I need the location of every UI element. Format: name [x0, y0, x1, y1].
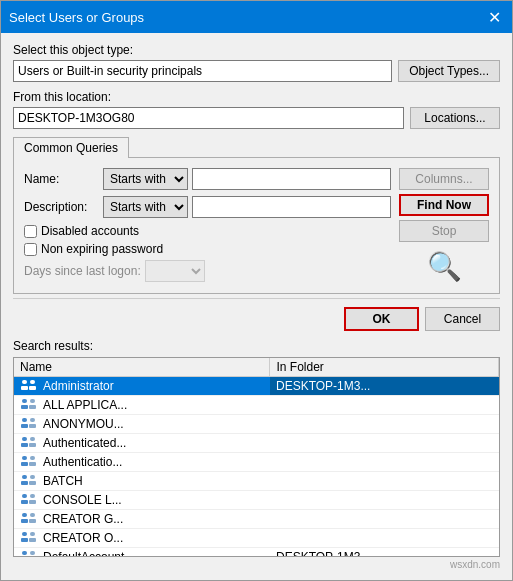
- table-header-row: Name In Folder: [14, 358, 499, 377]
- result-name-cell: BATCH: [14, 472, 270, 491]
- title-bar: Select Users or Groups ✕: [1, 1, 512, 33]
- table-row[interactable]: ANONYMOU...: [14, 415, 499, 434]
- svg-rect-21: [21, 481, 28, 485]
- common-queries-section: Common Queries Name: Starts with Descrip…: [13, 137, 500, 294]
- select-users-dialog: Select Users or Groups ✕ Select this obj…: [0, 0, 513, 581]
- watermark: wsxdn.com: [13, 559, 500, 570]
- object-type-input[interactable]: [13, 60, 392, 82]
- svg-rect-27: [29, 500, 36, 504]
- result-name-cell: ALL APPLICA...: [14, 396, 270, 415]
- svg-rect-36: [22, 551, 27, 555]
- disabled-accounts-label: Disabled accounts: [41, 224, 139, 238]
- right-buttons: Columns... Find Now Stop 🔍: [399, 168, 489, 283]
- location-row: Locations...: [13, 107, 500, 129]
- svg-rect-10: [30, 418, 35, 422]
- svg-rect-13: [21, 443, 28, 447]
- result-folder-cell: [270, 453, 499, 472]
- name-query-label: Name:: [24, 172, 99, 186]
- table-row[interactable]: BATCH: [14, 472, 499, 491]
- ok-button[interactable]: OK: [344, 307, 419, 331]
- days-row: Days since last logon:: [24, 260, 391, 282]
- location-input[interactable]: [13, 107, 404, 129]
- svg-rect-20: [22, 475, 27, 479]
- svg-rect-1: [21, 386, 28, 390]
- description-query-label: Description:: [24, 200, 99, 214]
- svg-rect-26: [30, 494, 35, 498]
- dialog-footer: OK Cancel: [13, 307, 500, 331]
- columns-button[interactable]: Columns...: [399, 168, 489, 190]
- common-queries-tab[interactable]: Common Queries: [13, 137, 129, 158]
- queries-left: Name: Starts with Description: Starts wi…: [24, 168, 391, 283]
- result-name-cell: Authenticated...: [14, 434, 270, 453]
- svg-rect-14: [30, 437, 35, 441]
- description-operator-select[interactable]: Starts with: [103, 196, 188, 218]
- description-query-input[interactable]: [192, 196, 391, 218]
- svg-rect-29: [21, 519, 28, 523]
- result-folder-cell: [270, 415, 499, 434]
- table-row[interactable]: CONSOLE L...: [14, 491, 499, 510]
- svg-rect-11: [29, 424, 36, 428]
- result-folder-cell: DESKTOP-1M3...: [270, 548, 499, 558]
- non-expiring-checkbox[interactable]: [24, 243, 37, 256]
- locations-button[interactable]: Locations...: [410, 107, 500, 129]
- table-row[interactable]: ALL APPLICA...: [14, 396, 499, 415]
- svg-rect-3: [29, 386, 36, 390]
- svg-rect-17: [21, 462, 28, 466]
- result-name-cell: ANONYMOU...: [14, 415, 270, 434]
- object-type-group: Select this object type: Object Types...: [13, 43, 500, 82]
- result-name-cell: Administrator: [14, 377, 270, 396]
- result-name-cell: CONSOLE L...: [14, 491, 270, 510]
- table-row[interactable]: CREATOR G...: [14, 510, 499, 529]
- search-results-label: Search results:: [13, 339, 500, 353]
- dialog-title: Select Users or Groups: [9, 10, 144, 25]
- svg-rect-31: [29, 519, 36, 523]
- disabled-accounts-checkbox[interactable]: [24, 225, 37, 238]
- object-type-row: Object Types...: [13, 60, 500, 82]
- disabled-accounts-row: Disabled accounts: [24, 224, 391, 238]
- search-icon: 🔍: [399, 250, 489, 283]
- result-folder-cell: [270, 434, 499, 453]
- result-folder-cell: DESKTOP-1M3...: [270, 377, 499, 396]
- svg-rect-32: [22, 532, 27, 536]
- cancel-button[interactable]: Cancel: [425, 307, 500, 331]
- name-operator-select[interactable]: Starts with: [103, 168, 188, 190]
- table-row[interactable]: Authenticatio...: [14, 453, 499, 472]
- svg-rect-38: [30, 551, 35, 555]
- table-row[interactable]: Authenticated...: [14, 434, 499, 453]
- table-row[interactable]: CREATOR O...: [14, 529, 499, 548]
- queries-inner: Name: Starts with Description: Starts wi…: [24, 168, 489, 283]
- non-expiring-label: Non expiring password: [41, 242, 163, 256]
- result-folder-cell: [270, 510, 499, 529]
- svg-rect-8: [22, 418, 27, 422]
- svg-rect-4: [22, 399, 27, 403]
- close-button[interactable]: ✕: [484, 7, 504, 27]
- column-name: Name: [14, 358, 270, 377]
- svg-rect-34: [30, 532, 35, 536]
- days-label: Days since last logon:: [24, 264, 141, 278]
- name-query-input[interactable]: [192, 168, 391, 190]
- svg-rect-18: [30, 456, 35, 460]
- svg-rect-7: [29, 405, 36, 409]
- object-types-button[interactable]: Object Types...: [398, 60, 500, 82]
- results-table-container[interactable]: Name In Folder AdministratorDESKTOP-1M3.…: [13, 357, 500, 557]
- table-row[interactable]: DefaultAccountDESKTOP-1M3...: [14, 548, 499, 558]
- description-query-row: Description: Starts with: [24, 196, 391, 218]
- svg-rect-23: [29, 481, 36, 485]
- dialog-body: Select this object type: Object Types...…: [1, 33, 512, 580]
- result-name-cell: DefaultAccount: [14, 548, 270, 558]
- svg-rect-19: [29, 462, 36, 466]
- table-row[interactable]: AdministratorDESKTOP-1M3...: [14, 377, 499, 396]
- svg-rect-15: [29, 443, 36, 447]
- stop-button[interactable]: Stop: [399, 220, 489, 242]
- result-folder-cell: [270, 396, 499, 415]
- days-select[interactable]: [145, 260, 205, 282]
- svg-rect-9: [21, 424, 28, 428]
- find-now-button[interactable]: Find Now: [399, 194, 489, 216]
- svg-rect-5: [21, 405, 28, 409]
- location-group: From this location: Locations...: [13, 90, 500, 129]
- column-in-folder: In Folder: [270, 358, 499, 377]
- svg-rect-0: [22, 380, 27, 384]
- result-folder-cell: [270, 491, 499, 510]
- result-folder-cell: [270, 529, 499, 548]
- svg-rect-16: [22, 456, 27, 460]
